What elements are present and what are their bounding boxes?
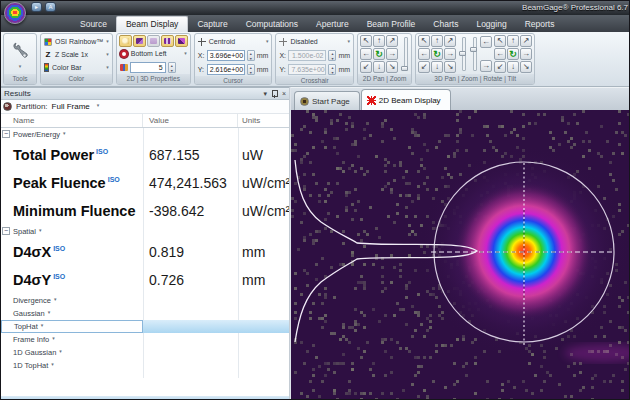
pan2d-up-button[interactable]: ↑: [373, 35, 385, 47]
decimal-places-stepper[interactable]: ▴ ▾: [168, 62, 176, 73]
ribbon-tab-aperture[interactable]: Aperture: [307, 17, 358, 32]
pan2d-right-button[interactable]: →: [386, 48, 398, 60]
beam-display[interactable]: [291, 110, 629, 399]
pan3d-down-right-button[interactable]: ↘: [444, 61, 456, 73]
crosshair-y-stepper[interactable]: ▴▾: [328, 64, 336, 75]
tab-start-page[interactable]: Start Page: [294, 91, 360, 110]
chevron-down-icon[interactable]: ▾: [106, 39, 109, 44]
column-header-name[interactable]: Name: [1, 114, 143, 127]
stepper-down-icon[interactable]: ▾: [329, 56, 335, 61]
color-option-z-scale-1x[interactable]: ZZ Scale 1x▾: [43, 48, 110, 61]
stepper-down-icon[interactable]: ▾: [248, 70, 254, 75]
group-row-frame-info[interactable]: Frame Info▾: [1, 333, 289, 346]
group-row-1d-tophat[interactable]: 1D TopHat▾: [1, 359, 289, 372]
column-header-units[interactable]: Units: [238, 114, 289, 127]
cursor-y-value[interactable]: 2.616e+00: [207, 64, 245, 75]
axes-display-toggle[interactable]: [175, 35, 188, 47]
group-caret-icon[interactable]: ▾: [39, 227, 42, 233]
stepper-down-icon[interactable]: ▾: [329, 70, 335, 75]
tilt-down-left-button[interactable]: ↙: [494, 61, 506, 73]
group-row-tophat[interactable]: TopHat▾: [1, 320, 289, 333]
partition-select[interactable]: Full Frame: [52, 102, 90, 111]
crosshair-y-value[interactable]: 7.635e+00: [288, 64, 326, 75]
stepper-down-icon[interactable]: ▾: [169, 68, 175, 73]
stepper-down-icon[interactable]: ▾: [248, 56, 254, 61]
pan2d-up-right-button[interactable]: ↗: [386, 35, 398, 47]
group-caret-icon[interactable]: ▾: [48, 309, 51, 315]
pan3d-up-button[interactable]: ↑: [431, 35, 443, 47]
pan2d-down-right-button[interactable]: ↘: [386, 61, 398, 73]
zoom2d-slider[interactable]: [400, 35, 409, 73]
pan2d-up-left-button[interactable]: ↖: [360, 35, 372, 47]
cursor-mode-select[interactable]: Centroid: [209, 38, 235, 45]
pan3d-left-button[interactable]: ←: [418, 48, 430, 60]
pan3d-down-left-button[interactable]: ↙: [418, 61, 430, 73]
wrench-icon[interactable]: [11, 40, 29, 64]
crosshair-x-stepper[interactable]: ▴▾: [328, 50, 336, 61]
pan3d-up-left-button[interactable]: ↖: [418, 35, 430, 47]
tilt-down-right-button[interactable]: ↘: [520, 61, 532, 73]
pan3d-down-button[interactable]: ↓: [431, 61, 443, 73]
pan2d-down-button[interactable]: ↓: [373, 61, 385, 73]
tilt-up-button[interactable]: ↑: [507, 35, 519, 47]
quick-access-icon-2[interactable]: A: [45, 2, 56, 12]
tab-2d-beam-display[interactable]: 2D Beam Display: [361, 89, 451, 110]
chevron-down-icon[interactable]: ▾: [106, 65, 109, 70]
pin-icon[interactable]: [272, 90, 277, 98]
ribbon-tab-beam-display[interactable]: Beam Display: [116, 16, 188, 32]
chevron-down-icon[interactable]: ▾: [106, 52, 109, 57]
tilt3d-slider[interactable]: [469, 35, 478, 73]
group-row-divergence[interactable]: Divergence▾: [1, 294, 289, 307]
group-caret-icon[interactable]: ▾: [41, 322, 44, 328]
tilt-down-button[interactable]: ↓: [507, 61, 519, 73]
tilt-up-right-button[interactable]: ↗: [520, 35, 532, 47]
grid-display-toggle[interactable]: [147, 35, 160, 47]
group-caret-icon[interactable]: ▾: [51, 361, 54, 367]
cursor-y-stepper[interactable]: ▴▾: [247, 64, 255, 75]
group-caret-icon[interactable]: ▾: [54, 296, 57, 302]
tilt-reset-button[interactable]: ↻: [507, 48, 519, 60]
group-caret-icon[interactable]: ▾: [59, 348, 62, 354]
ribbon-tab-reports[interactable]: Reports: [516, 17, 564, 32]
ribbon-tab-capture[interactable]: Capture: [188, 17, 236, 32]
ribbon-tab-computations[interactable]: Computations: [237, 17, 307, 32]
ribbon-tab-charts[interactable]: Charts: [424, 17, 467, 32]
crosshair-x-value[interactable]: 1.500e-02: [288, 50, 326, 61]
partition-caret[interactable]: ▾: [97, 102, 100, 108]
anchor-dropdown-caret[interactable]: ▾: [184, 51, 187, 56]
color-option-color-bar[interactable]: Color Bar▾: [43, 61, 110, 74]
decimal-places-input[interactable]: [130, 62, 166, 73]
rotate-right-button[interactable]: →: [480, 60, 492, 72]
cursor-mode-caret[interactable]: ▾: [266, 39, 269, 44]
tilt-right-button[interactable]: →: [520, 48, 532, 60]
ribbon-tab-source[interactable]: Source: [71, 17, 116, 32]
ribbon-tab-logging[interactable]: Logging: [467, 17, 515, 32]
group-row-1d-gaussian[interactable]: 1D Gaussian▾: [1, 346, 289, 359]
quick-access-icon-1[interactable]: ▸: [31, 2, 42, 12]
ribbon-tab-beam-profile[interactable]: Beam Profile: [358, 17, 425, 32]
pan2d-reset-button[interactable]: ↻: [373, 48, 385, 60]
tools-dropdown-caret[interactable]: ▾: [19, 64, 22, 69]
rotate-left-button[interactable]: ←: [480, 36, 492, 48]
pan2d-down-left-button[interactable]: ↙: [360, 61, 372, 73]
anchor-select[interactable]: Bottom Left: [131, 50, 167, 57]
group-row-spatial[interactable]: −Spatial▾: [1, 225, 289, 238]
colorbar-display-toggle[interactable]: [161, 35, 174, 47]
cursor-x-stepper[interactable]: ▴▾: [247, 50, 255, 61]
panel-menu-icon[interactable]: ▾: [263, 90, 267, 98]
color-option-osi-rainbow-[interactable]: OSI Rainbow™▾: [43, 35, 110, 48]
3d-view-toggle[interactable]: [133, 35, 146, 47]
crosshair-mode-select[interactable]: Disabled: [290, 38, 317, 45]
group-caret-icon[interactable]: ▾: [63, 130, 66, 136]
cursor-display-toggle[interactable]: [119, 35, 132, 47]
close-icon[interactable]: ×: [282, 90, 286, 98]
app-menu-icon[interactable]: [4, 2, 26, 24]
collapse-icon[interactable]: −: [2, 227, 10, 235]
zoom3d-slider[interactable]: [458, 35, 467, 73]
tilt-left-button[interactable]: ←: [494, 48, 506, 60]
pan2d-left-button[interactable]: ←: [360, 48, 372, 60]
pan3d-reset-button[interactable]: ↻: [431, 48, 443, 60]
tilt-up-left-button[interactable]: ↖: [494, 35, 506, 47]
pan3d-up-right-button[interactable]: ↗: [444, 35, 456, 47]
cursor-x-value[interactable]: 3.696e+00: [207, 50, 245, 61]
